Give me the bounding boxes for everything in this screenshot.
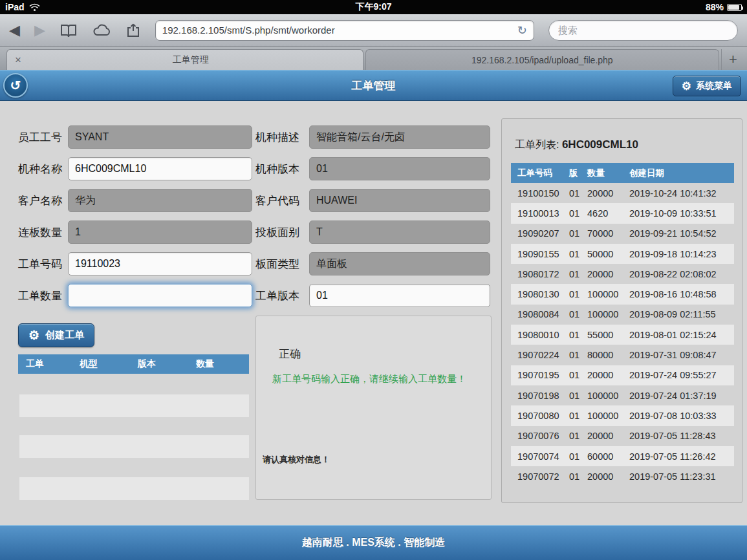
create-date-cell: 2019-08-16 10:48:58 — [629, 289, 734, 299]
version-cell: 01 — [569, 269, 587, 279]
icloud-tabs-icon[interactable] — [92, 24, 111, 37]
col-order-number: 工单号码 — [517, 167, 569, 179]
quantity-cell: 100000 — [587, 391, 629, 401]
quantity-cell: 60000 — [587, 451, 629, 462]
workorder-row: 19080010 01 55000 2019-08-01 02:15:24 — [511, 325, 734, 345]
model-name-input[interactable] — [68, 157, 252, 180]
order-number-cell: 19070224 — [517, 350, 569, 360]
bookmarks-icon[interactable] — [60, 23, 78, 38]
gear-icon: ⚙ — [28, 329, 39, 341]
quantity-cell: 20000 — [587, 188, 629, 199]
workorder-row: 19070224 01 80000 2019-07-31 09:08:47 — [511, 345, 734, 365]
create-date-cell: 2019-10-24 10:41:32 — [629, 188, 734, 199]
field-label: 机种版本 — [255, 162, 309, 177]
search-input[interactable] — [558, 25, 728, 36]
field-customer-code: 客户代码 — [255, 189, 490, 212]
col-model: 机型 — [80, 358, 138, 370]
create-workorder-button[interactable]: ⚙ 创建工单 — [18, 323, 94, 347]
workorder-table-header: 工单号码 版 数量 创建日期 — [511, 163, 734, 183]
create-date-cell: 2019-08-22 02:08:02 — [629, 269, 734, 279]
created-orders-empty-row — [19, 477, 249, 500]
create-date-cell: 2019-07-05 11:28:43 — [629, 431, 734, 441]
search-field[interactable] — [548, 20, 738, 41]
workorder-list-model: 6HC009CML10 — [562, 138, 638, 151]
col-workorder: 工单 — [26, 358, 80, 370]
workorder-row: 19100013 01 4620 2019-10-09 10:33:51 — [511, 203, 734, 223]
version-cell: 01 — [569, 411, 587, 421]
created-orders-table-header: 工单 机型 版本 数量 — [18, 354, 249, 374]
col-version: 版本 — [138, 358, 196, 370]
system-menu-button[interactable]: ⚙ 系统菜单 — [673, 76, 741, 96]
reload-icon[interactable]: ↻ — [517, 23, 527, 38]
field-label: 机种名称 — [18, 162, 68, 177]
system-menu-label: 系统菜单 — [696, 80, 732, 92]
order-number-cell: 19070072 — [517, 471, 569, 482]
workorder-row: 19070074 01 60000 2019-07-05 11:26:42 — [511, 446, 734, 466]
message-panel: 正确 新工单号码输入正确，请继续输入工单数量！ 请认真核对信息！ — [255, 316, 492, 500]
tab-workorder[interactable]: × 工单管理 — [6, 49, 363, 70]
field-label: 工单版本 — [255, 288, 309, 303]
close-tab-icon[interactable]: × — [15, 54, 21, 67]
version-cell: 01 — [569, 350, 587, 360]
forward-button[interactable]: ▶ — [34, 23, 45, 38]
model-version-input — [309, 157, 490, 180]
field-workorder-version: 工单版本 — [255, 284, 490, 307]
app-header: 工单管理 ↺ ⚙ 系统菜单 — [0, 70, 747, 101]
quantity-cell: 4620 — [587, 208, 629, 219]
verify-note: 请认真核对信息！ — [263, 454, 330, 466]
field-label: 连板数量 — [18, 225, 68, 240]
field-workorder-number: 工单号码 — [18, 252, 252, 275]
ipad-safari-window: iPad 下午9:07 88% ◀ ▶ — [0, 0, 747, 560]
version-cell: 01 — [569, 471, 587, 482]
create-date-cell: 2019-10-09 10:33:51 — [629, 208, 734, 219]
col-quantity: 数量 — [587, 167, 629, 179]
quantity-cell: 80000 — [587, 350, 629, 360]
quantity-cell: 70000 — [587, 228, 629, 239]
create-date-cell: 2019-08-09 02:11:55 — [629, 309, 734, 319]
version-cell: 01 — [569, 208, 587, 219]
col-version: 版 — [569, 167, 587, 179]
create-date-cell: 2019-09-21 10:54:52 — [629, 228, 734, 239]
create-date-cell: 2019-09-18 10:14:23 — [629, 249, 734, 259]
field-model-version: 机种版本 — [255, 157, 490, 180]
created-orders-empty-row — [19, 435, 249, 458]
order-number-cell: 19080084 — [517, 309, 569, 319]
workorder-row: 19080084 01 100000 2019-08-09 02:11:55 — [511, 305, 734, 325]
tab-bar: × 工单管理 192.168.2.105/ipad/upload_file.ph… — [0, 47, 747, 70]
address-bar[interactable]: 192.168.2.105/smt/S.php/smt/workorder ↻ — [155, 20, 534, 41]
workorder-list-title: 工单列表: 6HC009CML10 — [515, 138, 638, 152]
workorder-number-input[interactable] — [68, 252, 252, 275]
field-model-name: 机种名称 — [18, 157, 252, 180]
version-cell: 01 — [569, 391, 587, 401]
field-label: 客户名称 — [18, 193, 68, 208]
new-tab-button[interactable]: + — [721, 49, 744, 70]
field-model-description: 机种描述 — [255, 125, 490, 149]
field-label: 客户代码 — [255, 193, 309, 208]
workorder-quantity-input[interactable] — [68, 284, 252, 307]
workorder-row: 19070195 01 20000 2019-07-24 09:55:27 — [511, 365, 734, 385]
footer-text: 越南耐思 . MES系统 . 智能制造 — [302, 536, 445, 550]
workorder-list-panel: 工单列表: 6HC009CML10 工单号码 版 数量 创建日期 1910015… — [501, 118, 742, 503]
workorder-row: 19090155 01 50000 2019-09-18 10:14:23 — [511, 244, 734, 264]
create-date-cell: 2019-07-08 10:03:33 — [629, 411, 734, 421]
field-board-side: 投板面别 — [255, 221, 490, 244]
create-date-cell: 2019-07-05 11:23:31 — [629, 471, 734, 482]
order-number-cell: 19090155 — [517, 249, 569, 259]
customer-name-input — [68, 189, 252, 212]
version-cell: 01 — [569, 228, 587, 239]
clock: 下午9:07 — [0, 1, 747, 13]
workorder-row: 19070198 01 100000 2019-07-24 01:37:19 — [511, 385, 734, 405]
workorder-row: 19080172 01 20000 2019-08-22 02:08:02 — [511, 264, 734, 284]
workorder-row: 19070076 01 20000 2019-07-05 11:28:43 — [511, 426, 734, 446]
workorder-version-input[interactable] — [309, 284, 490, 307]
battery-percent: 88% — [706, 2, 724, 12]
order-number-cell: 19070198 — [517, 391, 569, 401]
back-button[interactable]: ◀ — [9, 23, 20, 38]
share-icon[interactable] — [125, 23, 141, 38]
workorder-row: 19080130 01 100000 2019-08-16 10:48:58 — [511, 284, 734, 304]
version-cell: 01 — [569, 431, 587, 441]
field-label: 机种描述 — [255, 130, 309, 145]
tab-upload-file[interactable]: 192.168.2.105/ipad/upload_file.php — [365, 49, 720, 70]
footer-bar: 越南耐思 . MES系统 . 智能制造 — [0, 525, 747, 560]
version-cell: 01 — [569, 451, 587, 462]
